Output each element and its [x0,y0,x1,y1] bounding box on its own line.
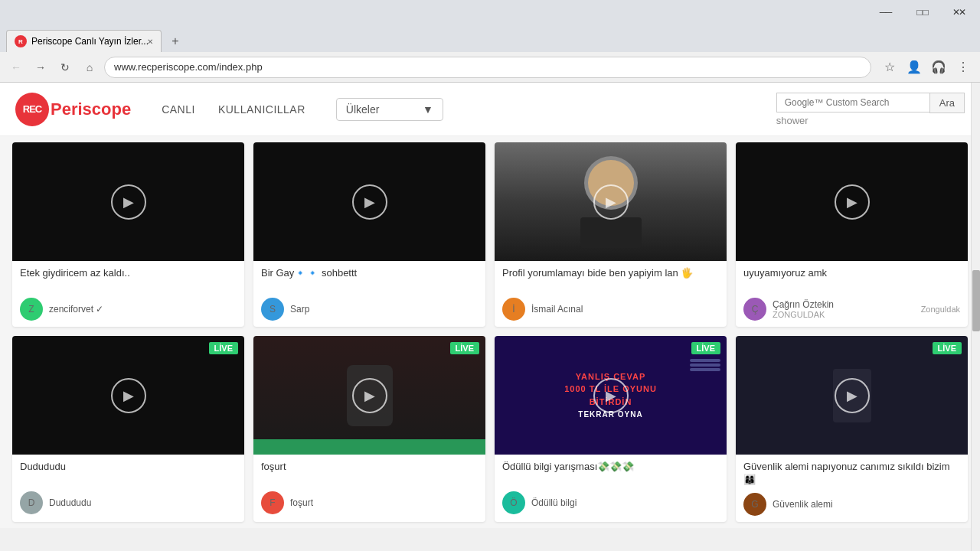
play-button[interactable]: ▶ [593,378,629,413]
site-content: REC Periscope CANLI KULLANICILLAR Ülkele… [0,83,980,528]
play-button[interactable]: ▶ [111,378,146,413]
user-name: foşurt [290,497,313,508]
window-buttons: ─ □ ✕ [871,0,980,24]
active-tab[interactable]: R Periscope Canlı Yayın İzler... ✕ [6,30,162,52]
card-title: Güvenlik alemi napıyonuz canımız sıkıldı… [743,461,960,487]
card-thumbnail: LİVE ▶ [12,336,244,455]
search-hint: shower [776,115,808,126]
user-info: Güvenlik alemi [773,499,833,510]
play-button[interactable]: ▶ [835,184,870,220]
country-label: Ülkeler [346,103,380,116]
user-avatar: İ [502,298,525,321]
user-info: Çağrın Öztekin ZONGULDAK [773,299,834,319]
nav-users[interactable]: KULLANICILLAR [218,103,305,116]
video-card[interactable]: LİVE YANLIŞ CEVAP1000 TL İLE OYUNUBİTİRD… [495,336,727,522]
refresh-button[interactable]: ↻ [55,57,75,77]
video-card[interactable]: LİVE ▶ foşurt F foşurt [253,336,485,522]
play-button[interactable]: ▶ [835,378,870,413]
chrome-icons: ☆ 👤 🎧 ⋮ [879,57,974,78]
user-name: Dudududu [49,497,91,508]
grid-container: ▶ Etek giydiricem az kaldı.. Z zenciforv… [0,136,980,528]
new-tab-button[interactable]: + [165,31,186,52]
card-thumbnail: LİVE ▶ [253,336,485,455]
card-info: Dudududu D Dudududu [12,455,244,520]
card-info: foşurt F foşurt [253,455,485,520]
home-button[interactable]: ⌂ [80,57,100,77]
search-area: Ara shower [776,93,965,126]
user-name: Güvenlik alemi [773,499,833,510]
scrollbar-thumb[interactable] [972,270,980,331]
url-bar[interactable]: www.recperiscope.com/index.php [104,57,871,78]
country-dropdown[interactable]: Ülkeler ▼ [336,98,443,121]
card-user: G Güvenlik alemi [743,493,960,516]
card-title: Dudududu [20,461,237,485]
extension-button[interactable]: 🎧 [928,57,949,78]
user-avatar: Z [20,298,43,321]
play-button[interactable]: ▶ [111,184,146,220]
user-info: Dudududu [49,497,91,508]
user-info: İsmail Acınal [531,304,583,315]
card-user: Ö Ödüllü bilgi [502,491,719,514]
card-thumbnail: LİVE YANLIŞ CEVAP1000 TL İLE OYUNUBİTİRD… [495,336,727,455]
card-user: Z zenciforvet ✓ [20,298,237,321]
user-avatar: S [261,298,284,321]
video-card[interactable]: ▶ Etek giydiricem az kaldı.. Z zenciforv… [12,142,244,327]
title-bar: ─ □ ✕ [0,0,980,24]
card-info: Profil yorumlamayı bide ben yapiyim lan … [495,261,727,327]
user-avatar: Ç [743,298,766,321]
user-name: Çağrın Öztekin [773,299,834,310]
card-user: F foşurt [261,491,478,514]
card-thumbnail: ▶ [253,142,485,261]
scrollbar[interactable] [971,83,980,551]
card-thumbnail: ▶ [12,142,244,261]
play-button[interactable]: ▶ [352,184,387,220]
logo-text: Periscope [51,99,131,119]
forward-button[interactable]: → [31,57,51,77]
card-user: İ İsmail Acınal [502,298,719,321]
tab-close-button[interactable]: ✕ [144,35,156,47]
user-name: zenciforvet ✓ [49,304,103,315]
search-button[interactable]: Ara [929,93,965,113]
live-badge: LİVE [209,342,238,354]
nav-live[interactable]: CANLI [162,103,195,116]
card-user: Ç Çağrın Öztekin ZONGULDAK Zonguldak [743,298,960,321]
user-info: foşurt [290,497,313,508]
tab-title: Periscope Canlı Yayın İzler... [31,36,149,47]
user-name: Sarp [290,304,309,315]
card-thumbnail: LİVE ▶ [736,336,968,455]
card-title: uyuyamıyoruz amk [743,267,960,292]
video-card[interactable]: ▶ uyuyamıyoruz amk Ç Çağrın Öztekin ZONG… [736,142,968,327]
card-title: Profil yorumlamayı bide ben yapiyim lan … [502,267,719,292]
search-input[interactable] [776,93,929,112]
card-info: Etek giydiricem az kaldı.. Z zenciforvet… [12,261,244,327]
chrome-frame: ─ □ ✕ R Periscope Canlı Yayın İzler... ✕… [0,0,980,83]
user-name: İsmail Acınal [531,304,583,315]
video-card[interactable]: LİVE ▶ Güvenlik alemi napıyonuz canımız … [736,336,968,522]
menu-button[interactable]: ⋮ [952,57,974,78]
card-info: Güvenlik alemi napıyonuz canımız sıkıldı… [736,455,968,522]
tab-favicon: R [15,35,27,47]
play-button[interactable]: ▶ [593,184,629,220]
logo[interactable]: REC Periscope [15,93,131,126]
user-avatar: D [20,491,43,514]
card-title: foşurt [261,461,478,485]
card-title: Bir Gay🔹🔹 sohbettt [261,267,478,292]
video-grid: ▶ Etek giydiricem az kaldı.. Z zenciforv… [12,142,968,522]
video-card[interactable]: ▶ Bir Gay🔹🔹 sohbettt S Sarp [253,142,485,327]
card-title: Ödüllü bilgi yarışması💸💸💸 [502,461,719,485]
video-card[interactable]: ▶ Profil yorumlamayı bide ben yapiyim la… [495,142,727,327]
minimize-btn[interactable]: ─ [871,0,906,24]
profile-button[interactable]: 👤 [903,57,925,78]
site-header: REC Periscope CANLI KULLANICILLAR Ülkele… [0,83,980,136]
maximize-btn[interactable]: □ [908,0,943,24]
logo-icon: REC [15,93,49,126]
card-info: uyuyamıyoruz amk Ç Çağrın Öztekin ZONGUL… [736,261,968,327]
back-button[interactable]: ← [6,57,26,77]
bookmark-button[interactable]: ☆ [879,57,900,78]
card-user: D Dudududu [20,491,237,514]
video-card[interactable]: LİVE ▶ Dudududu D Dudududu [12,336,244,522]
play-button[interactable]: ▶ [352,378,387,413]
close-btn[interactable]: ✕ [945,0,980,24]
user-avatar: F [261,491,284,514]
search-bar: Ara [776,93,965,113]
